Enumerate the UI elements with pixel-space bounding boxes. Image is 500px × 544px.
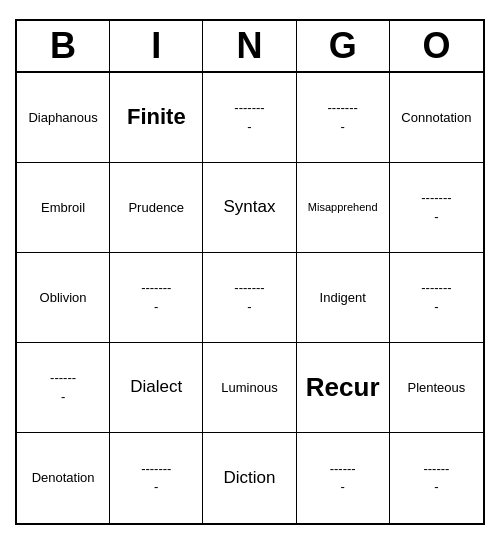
bingo-cell-20: Denotation [17,433,110,523]
bingo-cell-24: ------- [390,433,483,523]
bingo-cell-15: ------- [17,343,110,433]
bingo-cell-17: Luminous [203,343,296,433]
header-letter-g: G [297,21,390,71]
bingo-cell-23: ------- [297,433,390,523]
cell-text-18: Recur [306,372,380,403]
cell-text-9: -------- [421,189,451,225]
bingo-cell-21: -------- [110,433,203,523]
header-letter-b: B [17,21,110,71]
cell-text-11: -------- [141,279,171,315]
bingo-cell-19: Plenteous [390,343,483,433]
bingo-cell-13: Indigent [297,253,390,343]
cell-text-16: Dialect [130,377,182,397]
bingo-cell-6: Prudence [110,163,203,253]
header-letter-n: N [203,21,296,71]
cell-text-8: Misapprehend [308,201,378,214]
bingo-cell-9: -------- [390,163,483,253]
header-letter-i: I [110,21,203,71]
header-letter-o: O [390,21,483,71]
bingo-cell-5: Embroil [17,163,110,253]
bingo-card: BINGO DiaphanousFinite----------------Co… [15,19,485,525]
bingo-cell-0: Diaphanous [17,73,110,163]
bingo-grid: DiaphanousFinite----------------Connotat… [17,73,483,523]
cell-text-10: Oblivion [40,290,87,306]
bingo-header: BINGO [17,21,483,73]
cell-text-5: Embroil [41,200,85,216]
cell-text-3: -------- [328,99,358,135]
bingo-cell-10: Oblivion [17,253,110,343]
bingo-cell-11: -------- [110,253,203,343]
bingo-cell-22: Diction [203,433,296,523]
cell-text-14: -------- [421,279,451,315]
bingo-cell-3: -------- [297,73,390,163]
bingo-cell-8: Misapprehend [297,163,390,253]
cell-text-7: Syntax [224,197,276,217]
bingo-cell-18: Recur [297,343,390,433]
bingo-cell-12: -------- [203,253,296,343]
cell-text-22: Diction [224,468,276,488]
cell-text-13: Indigent [320,290,366,306]
cell-text-1: Finite [127,104,186,130]
bingo-cell-7: Syntax [203,163,296,253]
cell-text-0: Diaphanous [28,110,97,126]
cell-text-24: ------- [423,460,449,496]
bingo-cell-1: Finite [110,73,203,163]
cell-text-4: Connotation [401,110,471,126]
bingo-cell-2: -------- [203,73,296,163]
bingo-cell-4: Connotation [390,73,483,163]
cell-text-20: Denotation [32,470,95,486]
cell-text-15: ------- [50,369,76,405]
cell-text-17: Luminous [221,380,277,396]
bingo-cell-16: Dialect [110,343,203,433]
bingo-cell-14: -------- [390,253,483,343]
cell-text-19: Plenteous [407,380,465,396]
cell-text-23: ------- [330,460,356,496]
cell-text-2: -------- [234,99,264,135]
cell-text-21: -------- [141,460,171,496]
cell-text-12: -------- [234,279,264,315]
cell-text-6: Prudence [128,200,184,216]
